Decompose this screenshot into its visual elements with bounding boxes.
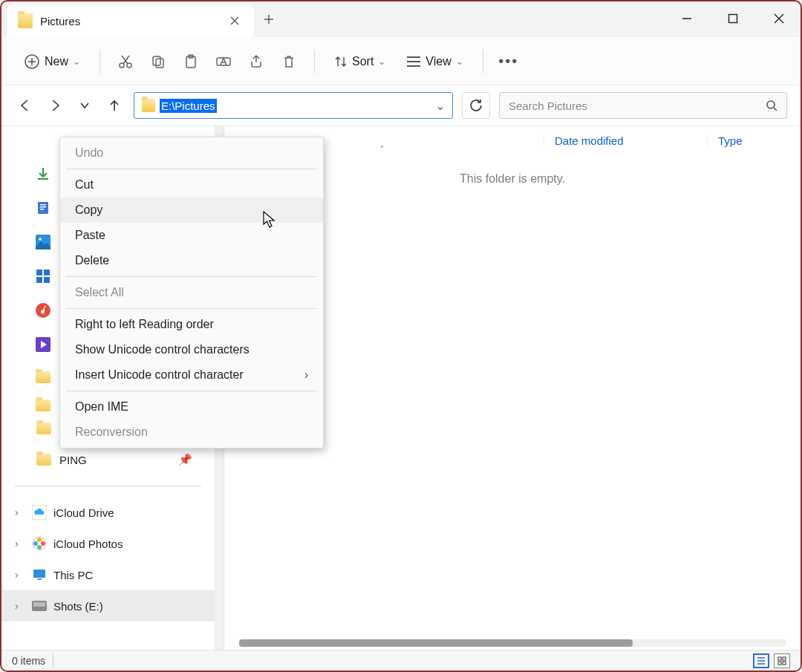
ctx-undo: Undo	[60, 140, 323, 166]
svg-point-24	[37, 538, 42, 542]
tab-close-button[interactable]	[226, 12, 244, 30]
address-bar[interactable]: E:\Pictures ⌄	[134, 92, 453, 119]
window-controls	[671, 6, 795, 31]
title-bar: Pictures	[1, 1, 801, 37]
back-button[interactable]	[15, 95, 36, 116]
sidebar-item-icloud-drive[interactable]: › iCloud Drive	[1, 497, 215, 528]
ctx-delete[interactable]: Delete	[60, 248, 323, 273]
downloads-icon[interactable]	[36, 166, 50, 184]
ctx-reconversion: Reconversion	[60, 420, 323, 445]
cut-button[interactable]	[112, 46, 139, 77]
ctx-select-all: Select All	[60, 280, 323, 305]
sidebar-item-label: PING	[59, 454, 87, 466]
ctx-paste[interactable]: Paste	[60, 223, 323, 248]
sort-button[interactable]: Sort ⌄	[327, 46, 393, 77]
svg-rect-19	[44, 277, 50, 283]
details-view-button[interactable]	[753, 653, 769, 668]
chevron-right-icon[interactable]: ›	[15, 506, 25, 518]
thumbnails-view-button[interactable]	[774, 653, 790, 668]
svg-rect-5	[156, 59, 163, 68]
delete-button[interactable]	[276, 46, 302, 77]
svg-rect-13	[40, 209, 44, 210]
separator	[66, 276, 317, 277]
sidebar-item-icloud-photos[interactable]: › iCloud Photos	[1, 528, 215, 559]
drive-icon	[31, 598, 48, 614]
refresh-button[interactable]	[462, 92, 490, 119]
svg-rect-28	[33, 570, 45, 578]
ctx-insert-unicode[interactable]: Insert Unicode control character ›	[60, 362, 323, 388]
recent-locations-button[interactable]	[74, 95, 95, 116]
svg-point-25	[41, 541, 45, 546]
more-button[interactable]: •••	[495, 46, 522, 77]
chevron-down-icon: ⌄	[456, 56, 463, 67]
copy-button[interactable]	[145, 46, 172, 77]
svg-rect-31	[33, 602, 45, 607]
ctx-copy[interactable]: Copy	[60, 198, 323, 223]
folder-icon[interactable]	[36, 399, 50, 411]
separator	[314, 50, 315, 74]
folder-icon	[36, 420, 52, 437]
documents-icon[interactable]	[36, 200, 50, 218]
paste-button[interactable]	[177, 46, 204, 77]
close-window-button[interactable]	[763, 6, 795, 31]
chevron-down-icon: ⌄	[73, 56, 80, 67]
status-bar: 0 items	[1, 650, 801, 671]
svg-rect-17	[44, 270, 50, 275]
column-date-modified[interactable]: Date modified	[544, 134, 707, 147]
cloud-icon	[31, 504, 48, 521]
search-input[interactable]: Search Pictures	[499, 92, 787, 119]
separator	[15, 486, 201, 486]
tab-pictures[interactable]: Pictures	[7, 4, 254, 37]
folder-icon	[142, 99, 155, 112]
photos-icon	[31, 535, 48, 552]
separator	[66, 169, 317, 169]
svg-rect-4	[153, 56, 160, 65]
svg-rect-36	[783, 662, 786, 665]
status-item-count: 0 items	[12, 655, 45, 667]
svg-point-27	[33, 541, 38, 546]
share-button[interactable]	[243, 46, 270, 77]
column-type[interactable]: Type	[707, 134, 801, 147]
chevron-right-icon[interactable]: ›	[15, 600, 25, 612]
pictures-icon[interactable]	[36, 235, 50, 252]
ctx-rtl[interactable]: Right to left Reading order	[60, 312, 323, 337]
chevron-right-icon: ›	[304, 368, 308, 382]
minimize-button[interactable]	[671, 6, 702, 31]
svg-rect-11	[40, 204, 46, 206]
explorer-window: Pictures New ⌄	[0, 0, 802, 672]
chevron-right-icon[interactable]: ›	[15, 538, 25, 549]
maximize-button[interactable]	[717, 6, 749, 31]
context-menu: Undo Cut Copy Paste Delete Select All Ri…	[59, 137, 324, 448]
view-button[interactable]: View ⌄	[399, 46, 470, 77]
separator	[66, 391, 317, 391]
chevron-down-icon[interactable]: ⌄	[435, 99, 445, 113]
scrollbar-thumb[interactable]	[239, 639, 633, 647]
sidebar-item-this-pc[interactable]: › This PC	[1, 559, 215, 590]
svg-rect-18	[36, 277, 42, 283]
chevron-down-icon: ⌄	[378, 56, 385, 67]
svg-point-26	[37, 545, 42, 549]
horizontal-scrollbar[interactable]	[239, 639, 786, 647]
folder-icon[interactable]	[36, 371, 50, 383]
new-tab-button[interactable]	[254, 4, 284, 34]
music-icon[interactable]	[36, 303, 50, 321]
videos-icon[interactable]	[36, 337, 50, 355]
svg-rect-10	[38, 202, 48, 214]
up-button[interactable]	[104, 95, 125, 116]
sidebar-item-label: iCloud Photos	[53, 538, 123, 550]
forward-button[interactable]	[45, 95, 65, 116]
separator	[483, 50, 483, 74]
ctx-show-unicode[interactable]: Show Unicode control characters	[60, 337, 323, 362]
rename-button[interactable]	[210, 46, 237, 77]
sidebar-item-shots-e[interactable]: › Shots (E:)	[1, 590, 215, 622]
ctx-cut[interactable]: Cut	[60, 172, 323, 198]
monitor-icon	[31, 567, 48, 583]
tiles-icon[interactable]	[36, 269, 50, 287]
chevron-right-icon[interactable]: ›	[15, 569, 25, 581]
sidebar-item-ping[interactable]: PING 📌	[1, 444, 215, 475]
new-button[interactable]: New ⌄	[16, 46, 88, 77]
svg-rect-34	[783, 657, 786, 660]
svg-point-9	[767, 101, 775, 108]
ctx-open-ime[interactable]: Open IME	[60, 394, 323, 420]
svg-rect-16	[36, 270, 42, 275]
